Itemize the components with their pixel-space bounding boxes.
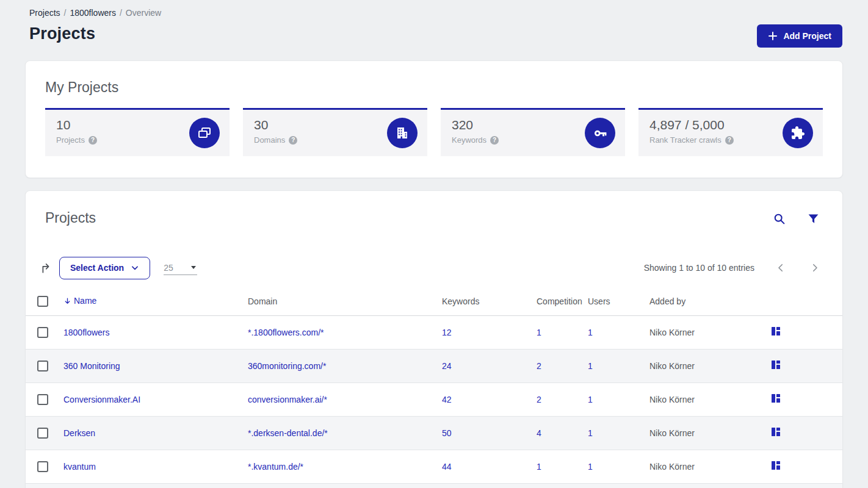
dashboard-icon [771, 393, 781, 403]
project-keywords-link[interactable]: 50 [442, 428, 452, 438]
stat-projects: 10 Projects [45, 108, 230, 156]
project-competition-link[interactable]: 1 [537, 328, 541, 337]
column-header-keywords[interactable]: Keywords [442, 287, 537, 315]
page-title: Projects [29, 24, 95, 43]
my-projects-title: My Projects [45, 79, 118, 96]
project-name-link[interactable]: Derksen [63, 428, 95, 438]
project-users-link[interactable]: 1 [588, 361, 593, 371]
breadcrumb-projects[interactable]: Projects [29, 8, 60, 18]
project-users-link[interactable]: 1 [588, 428, 593, 438]
filter-icon [808, 213, 819, 224]
project-domain-link[interactable]: *.derksen-dental.de/* [248, 428, 328, 438]
dashboard-icon [771, 427, 781, 437]
project-domain-link[interactable]: *.1800flowers.com/* [248, 328, 324, 337]
project-name-link[interactable]: 360 Monitoring [63, 361, 120, 371]
entries-info: Showing 1 to 10 of 10 entries [644, 263, 754, 273]
project-name-link[interactable]: 1800flowers [63, 328, 110, 337]
project-added-by: Niko Körner [649, 328, 695, 337]
project-users-link[interactable]: 1 [588, 328, 593, 337]
column-header-name[interactable]: Name [74, 296, 96, 306]
project-competition-link[interactable]: 2 [537, 361, 541, 371]
select-action-label: Select Action [70, 263, 124, 273]
projects-copy-icon [189, 118, 220, 148]
breadcrumb-separator: / [64, 8, 67, 18]
breadcrumb-project-name[interactable]: 1800flowers [70, 8, 116, 18]
breadcrumb-overview: Overview [126, 8, 161, 18]
projects-panel-title: Projects [45, 210, 96, 226]
help-icon[interactable] [89, 136, 97, 145]
project-name-link[interactable]: kvantum [63, 462, 96, 472]
projects-table-body: 1800flowers *.1800flowers.com/* 12 1 1 N… [26, 315, 842, 483]
key-icon [585, 118, 615, 148]
project-dashboard-button[interactable] [771, 360, 781, 370]
table-row: 360 Monitoring 360monitoring.com/* 24 2 … [26, 349, 842, 382]
project-keywords-link[interactable]: 42 [442, 395, 452, 404]
project-name-link[interactable]: Conversionmaker.AI [63, 395, 140, 404]
project-keywords-link[interactable]: 12 [442, 328, 452, 337]
row-checkbox[interactable] [37, 461, 48, 472]
project-domain-link[interactable]: conversionmaker.ai/* [248, 395, 327, 404]
project-dashboard-button[interactable] [771, 427, 781, 437]
row-checkbox[interactable] [37, 428, 48, 439]
projects-table: Name Domain Keywords Competition Users A… [26, 287, 842, 484]
project-added-by: Niko Körner [649, 428, 695, 438]
project-domain-link[interactable]: 360monitoring.com/* [248, 361, 326, 371]
column-header-domain[interactable]: Domain [248, 287, 442, 315]
add-project-label: Add Project [783, 31, 831, 41]
chevron-right-icon [809, 262, 820, 273]
stat-grid: 10 Projects 30 Domains [45, 108, 823, 156]
select-arrow-icon [191, 266, 196, 269]
select-all-checkbox[interactable] [37, 296, 48, 307]
column-header-competition[interactable]: Competition [537, 287, 588, 315]
breadcrumb: Projects/1800flowers/Overview [29, 8, 161, 18]
stat-domains: 30 Domains [243, 108, 427, 156]
project-users-link[interactable]: 1 [588, 395, 593, 404]
chevron-down-icon [131, 264, 139, 272]
row-checkbox[interactable] [37, 361, 48, 371]
export-arrow-icon [40, 262, 53, 274]
row-checkbox[interactable] [37, 394, 48, 405]
project-keywords-link[interactable]: 24 [442, 361, 452, 371]
row-checkbox[interactable] [37, 327, 48, 338]
search-button[interactable] [772, 211, 787, 226]
add-project-button[interactable]: Add Project [757, 24, 842, 48]
project-dashboard-button[interactable] [771, 393, 781, 403]
puzzle-icon [783, 118, 813, 148]
search-icon [773, 212, 786, 225]
chevron-left-icon [775, 262, 786, 273]
building-icon [387, 118, 418, 148]
project-competition-link[interactable]: 1 [537, 462, 541, 472]
pagination-next-button[interactable] [808, 261, 822, 274]
dashboard-icon [771, 461, 781, 470]
project-dashboard-button[interactable] [771, 461, 781, 470]
column-header-added-by[interactable]: Added by [649, 287, 771, 315]
project-keywords-link[interactable]: 44 [442, 462, 452, 472]
select-action-dropdown[interactable]: Select Action [59, 257, 150, 279]
project-dashboard-button[interactable] [771, 326, 781, 336]
dashboard-icon [771, 360, 781, 370]
project-users-link[interactable]: 1 [588, 462, 593, 472]
column-header-users[interactable]: Users [588, 287, 649, 315]
table-row: kvantum *.kvantum.de/* 44 1 1 Niko Körne… [26, 450, 842, 483]
breadcrumb-separator: / [120, 8, 122, 18]
stat-projects-label: Projects [56, 135, 85, 145]
sort-desc-icon [63, 297, 71, 305]
help-icon[interactable] [289, 136, 297, 145]
pagination-prev-button[interactable] [774, 261, 787, 274]
help-icon[interactable] [490, 136, 499, 145]
next-row-partial [26, 484, 842, 488]
table-header-row: Name Domain Keywords Competition Users A… [26, 287, 842, 315]
project-added-by: Niko Körner [649, 361, 695, 371]
help-icon[interactable] [725, 136, 734, 145]
project-domain-link[interactable]: *.kvantum.de/* [248, 462, 303, 472]
project-competition-link[interactable]: 4 [537, 428, 541, 438]
page-size-select[interactable]: 25 [164, 260, 197, 275]
page-size-value: 25 [164, 263, 173, 273]
project-added-by: Niko Körner [649, 462, 695, 472]
export-button[interactable] [39, 260, 54, 276]
plus-icon [768, 31, 778, 41]
projects-panel: Projects Select Action [25, 190, 843, 488]
my-projects-card: My Projects 10 Projects 30 Domains [25, 60, 843, 178]
filter-button[interactable] [806, 211, 820, 226]
project-competition-link[interactable]: 2 [537, 395, 541, 404]
